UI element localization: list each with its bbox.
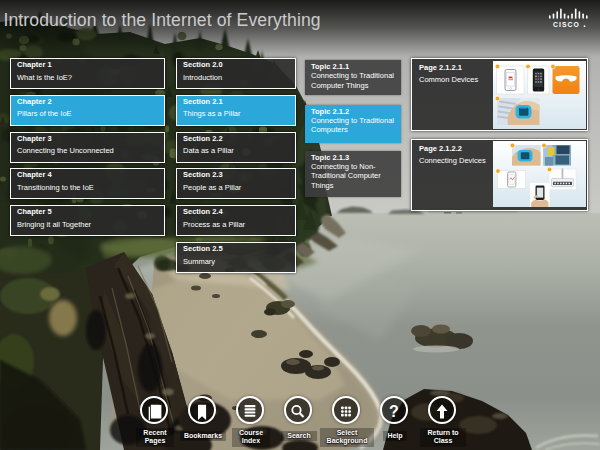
svg-text:CISCO: CISCO xyxy=(553,21,580,28)
svg-text:?: ? xyxy=(389,403,399,420)
